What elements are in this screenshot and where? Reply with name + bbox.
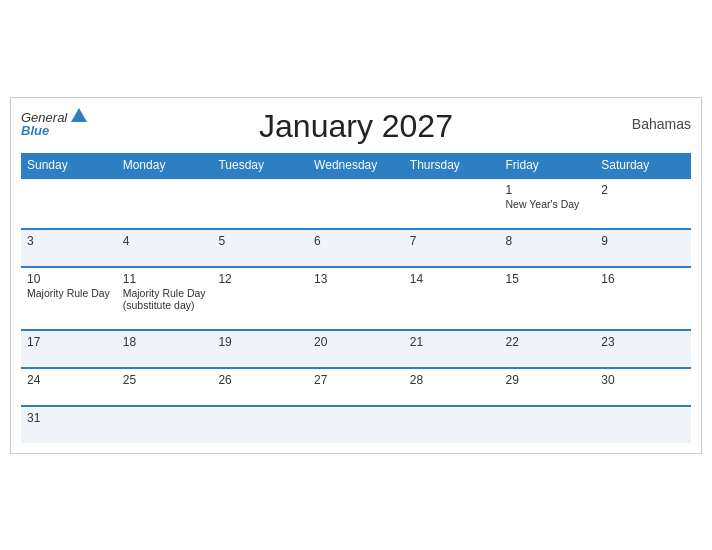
day-number: 21 <box>410 335 494 349</box>
day-number: 17 <box>27 335 111 349</box>
weekday-header-monday: Monday <box>117 153 213 178</box>
calendar-week-row: 10Majority Rule Day11Majority Rule Day (… <box>21 267 691 330</box>
calendar-cell: 27 <box>308 368 404 406</box>
calendar-cell: 11Majority Rule Day (substitute day) <box>117 267 213 330</box>
calendar-week-row: 31 <box>21 406 691 443</box>
calendar-cell <box>212 178 308 229</box>
calendar-cell: 18 <box>117 330 213 368</box>
weekday-header-thursday: Thursday <box>404 153 500 178</box>
weekday-header-tuesday: Tuesday <box>212 153 308 178</box>
logo-triangle-icon <box>71 108 87 122</box>
day-number: 29 <box>506 373 590 387</box>
calendar-week-row: 1New Year's Day2 <box>21 178 691 229</box>
calendar-week-row: 24252627282930 <box>21 368 691 406</box>
calendar-cell: 8 <box>500 229 596 267</box>
calendar-cell <box>595 406 691 443</box>
calendar-cell: 14 <box>404 267 500 330</box>
day-number: 3 <box>27 234 111 248</box>
calendar-cell: 16 <box>595 267 691 330</box>
day-number: 31 <box>27 411 111 425</box>
calendar-cell: 28 <box>404 368 500 406</box>
day-event: Majority Rule Day <box>27 287 111 299</box>
calendar-cell: 12 <box>212 267 308 330</box>
day-number: 1 <box>506 183 590 197</box>
calendar-cell: 26 <box>212 368 308 406</box>
calendar-cell: 3 <box>21 229 117 267</box>
weekday-header-sunday: Sunday <box>21 153 117 178</box>
calendar-cell: 24 <box>21 368 117 406</box>
day-number: 24 <box>27 373 111 387</box>
calendar-cell <box>21 178 117 229</box>
day-number: 23 <box>601 335 685 349</box>
weekday-header-row: SundayMondayTuesdayWednesdayThursdayFrid… <box>21 153 691 178</box>
day-event: New Year's Day <box>506 198 590 210</box>
calendar-tbody: 1New Year's Day2345678910Majority Rule D… <box>21 178 691 443</box>
logo-general-text: General <box>21 111 67 124</box>
calendar-week-row: 3456789 <box>21 229 691 267</box>
country-label: Bahamas <box>632 116 691 132</box>
calendar-cell: 23 <box>595 330 691 368</box>
calendar-cell <box>117 406 213 443</box>
calendar-table: SundayMondayTuesdayWednesdayThursdayFrid… <box>21 153 691 443</box>
day-number: 20 <box>314 335 398 349</box>
calendar-cell: 10Majority Rule Day <box>21 267 117 330</box>
day-number: 28 <box>410 373 494 387</box>
day-event: Majority Rule Day (substitute day) <box>123 287 207 311</box>
calendar-cell: 9 <box>595 229 691 267</box>
weekday-header-saturday: Saturday <box>595 153 691 178</box>
day-number: 12 <box>218 272 302 286</box>
calendar-thead: SundayMondayTuesdayWednesdayThursdayFrid… <box>21 153 691 178</box>
calendar-cell: 19 <box>212 330 308 368</box>
day-number: 6 <box>314 234 398 248</box>
day-number: 19 <box>218 335 302 349</box>
day-number: 4 <box>123 234 207 248</box>
day-number: 8 <box>506 234 590 248</box>
weekday-header-wednesday: Wednesday <box>308 153 404 178</box>
day-number: 7 <box>410 234 494 248</box>
calendar-cell: 1New Year's Day <box>500 178 596 229</box>
calendar-cell: 21 <box>404 330 500 368</box>
calendar-cell: 22 <box>500 330 596 368</box>
calendar-cell <box>308 406 404 443</box>
day-number: 13 <box>314 272 398 286</box>
day-number: 26 <box>218 373 302 387</box>
day-number: 2 <box>601 183 685 197</box>
calendar-title: January 2027 <box>259 108 453 145</box>
calendar-cell: 7 <box>404 229 500 267</box>
calendar-cell: 31 <box>21 406 117 443</box>
day-number: 25 <box>123 373 207 387</box>
calendar-cell: 17 <box>21 330 117 368</box>
day-number: 27 <box>314 373 398 387</box>
logo: General Blue <box>21 108 87 137</box>
calendar-cell <box>117 178 213 229</box>
calendar-cell <box>404 178 500 229</box>
day-number: 30 <box>601 373 685 387</box>
calendar-cell: 29 <box>500 368 596 406</box>
calendar-cell: 25 <box>117 368 213 406</box>
day-number: 16 <box>601 272 685 286</box>
calendar-cell: 5 <box>212 229 308 267</box>
day-number: 22 <box>506 335 590 349</box>
calendar-cell: 6 <box>308 229 404 267</box>
calendar-cell: 20 <box>308 330 404 368</box>
calendar-cell <box>212 406 308 443</box>
calendar-cell: 30 <box>595 368 691 406</box>
calendar-header: General Blue January 2027 Bahamas <box>21 108 691 145</box>
day-number: 10 <box>27 272 111 286</box>
calendar-container: General Blue January 2027 Bahamas Sunday… <box>10 97 702 454</box>
day-number: 15 <box>506 272 590 286</box>
calendar-cell <box>500 406 596 443</box>
calendar-cell <box>404 406 500 443</box>
day-number: 5 <box>218 234 302 248</box>
calendar-cell: 15 <box>500 267 596 330</box>
day-number: 18 <box>123 335 207 349</box>
calendar-cell <box>308 178 404 229</box>
day-number: 9 <box>601 234 685 248</box>
day-number: 11 <box>123 272 207 286</box>
calendar-week-row: 17181920212223 <box>21 330 691 368</box>
weekday-header-friday: Friday <box>500 153 596 178</box>
calendar-cell: 13 <box>308 267 404 330</box>
calendar-cell: 4 <box>117 229 213 267</box>
calendar-cell: 2 <box>595 178 691 229</box>
logo-blue-text: Blue <box>21 124 87 137</box>
